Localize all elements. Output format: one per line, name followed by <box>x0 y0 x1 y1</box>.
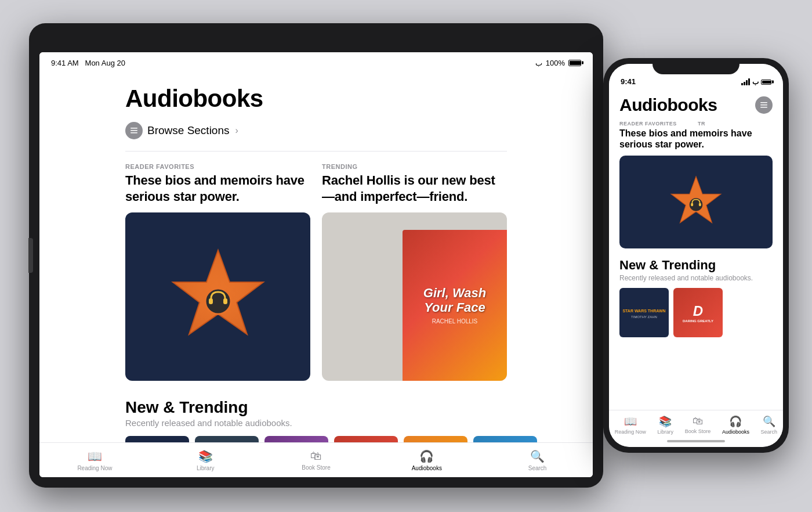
books-row: G BECOMING SUPERNATURAL DINESH D'SOUZA D… <box>125 436 507 442</box>
iphone-book-thumb-2[interactable]: D DARING GREATLY <box>673 288 723 337</box>
iphone-trending-label: TR <box>698 121 773 127</box>
iphone-tab-audiobooks[interactable]: 🎧 Audiobooks <box>722 415 749 435</box>
iphone-tab-audiobooks-label: Audiobooks <box>722 429 749 435</box>
svg-rect-9 <box>760 104 767 106</box>
book-thumb-1[interactable] <box>125 436 189 442</box>
tab-reading-now-icon: 📖 <box>88 449 102 463</box>
iphone-wifi-icon: ﺏ <box>752 78 759 86</box>
ipad-screen: 9:41 AM Mon Aug 20 ﺏ 100% Audiobooks <box>39 52 593 477</box>
book-thumb-5[interactable]: D AUDIBLE ORIGINAL <box>404 436 467 442</box>
tab-search-icon: 🔍 <box>530 449 545 463</box>
iphone-tab-search[interactable]: 🔍 Search <box>761 415 778 435</box>
iphone-tab-reading-label: Reading Now <box>615 429 646 435</box>
tab-library-icon: 📚 <box>198 449 213 463</box>
divider <box>125 151 507 152</box>
signal-bar-1 <box>741 83 743 85</box>
new-trending-subtitle: Recently released and notable audiobooks… <box>125 418 507 428</box>
tab-audiobooks-icon: 🎧 <box>419 449 434 463</box>
iphone-star-banner[interactable] <box>619 156 773 248</box>
iphone-tab-library-label: Library <box>658 429 674 435</box>
iphone-tab-audiobooks-icon: 🎧 <box>729 415 742 428</box>
page-title: Audiobooks <box>125 85 507 113</box>
svg-rect-1 <box>130 130 137 131</box>
iphone-star-svg <box>664 170 728 234</box>
iphone-sections-header: READER FAVORITES TR <box>619 121 773 128</box>
svg-rect-13 <box>691 203 693 207</box>
book-cover-girl-wash-face: Girl, Wash Your Face RACHEL HOLLIS <box>403 230 507 381</box>
iphone-time: 9:41 <box>621 77 636 86</box>
star-svg <box>160 239 276 355</box>
section2-category: TRENDING <box>322 163 507 170</box>
iphone-tab-bookstore[interactable]: 🛍 Book Store <box>685 415 711 434</box>
star-banner[interactable] <box>125 212 310 381</box>
svg-rect-8 <box>760 102 767 103</box>
tab-bookstore-icon: 🛍 <box>310 449 322 463</box>
iphone-page-title: Audiobooks <box>619 95 717 115</box>
trending-banner[interactable]: Girl, Wash Your Face RACHEL HOLLIS <box>322 212 507 381</box>
iphone-screen: 9:41 ﺏ Audiobooks <box>609 64 783 447</box>
ipad-tab-bar: 📖 Reading Now 📚 Library 🛍 Book Store 🎧 A… <box>39 442 593 477</box>
tab-bookstore-label: Book Store <box>302 464 330 471</box>
section-trending: TRENDING Rachel Hollis is our new best—a… <box>322 163 507 381</box>
section-reader-favorites: READER FAVORITES These bios and memoirs … <box>125 163 310 381</box>
browse-sections-icon <box>125 122 143 139</box>
menu-lines-icon <box>129 126 139 135</box>
iphone-battery-icon <box>761 80 771 85</box>
iphone-tab-reading-icon: 📖 <box>624 415 637 428</box>
iphone-tab-reading-now[interactable]: 📖 Reading Now <box>615 415 646 435</box>
tab-reading-now-label: Reading Now <box>77 465 112 471</box>
book-thumb-6[interactable]: DAVID <box>473 436 537 442</box>
iphone-new-trending-subtitle: Recently released and notable audiobooks… <box>619 274 773 282</box>
section1-headline: These bios and memoirs have serious star… <box>125 172 310 204</box>
iphone-tab-library[interactable]: 📚 Library <box>658 415 674 435</box>
book-title: Girl, Wash Your Face <box>408 286 501 314</box>
signal-bar-3 <box>746 80 748 85</box>
section2-headline: Rachel Hollis is our new best—and imperf… <box>322 172 507 204</box>
new-trending-section: New & Trending Recently released and not… <box>125 398 507 442</box>
svg-rect-0 <box>130 128 137 129</box>
ipad-status-bar: 9:41 AM Mon Aug 20 ﺏ 100% <box>39 52 593 73</box>
signal-bar-4 <box>748 78 750 85</box>
tab-search[interactable]: 🔍 Search <box>482 449 593 471</box>
svg-rect-14 <box>699 203 701 207</box>
iphone-main-content: Audiobooks READER FAVORITES <box>609 89 783 410</box>
ipad-home-button[interactable] <box>28 238 33 273</box>
book-thumb-4[interactable]: DINESH D'SOUZA <box>334 436 398 442</box>
iphone-menu-button[interactable] <box>755 96 773 114</box>
section1-category: READER FAVORITES <box>125 163 310 170</box>
svg-rect-7 <box>223 298 227 304</box>
tab-reading-now[interactable]: 📖 Reading Now <box>39 449 150 471</box>
tab-audiobooks-label: Audiobooks <box>412 465 442 471</box>
iphone-tab-library-icon: 📚 <box>659 415 672 428</box>
ipad-time: 9:41 AM Mon Aug 20 <box>51 59 125 67</box>
scene: 9:41 AM Mon Aug 20 ﺏ 100% Audiobooks <box>0 0 812 512</box>
browse-sections-row[interactable]: Browse Sections › <box>125 122 507 139</box>
tab-library-label: Library <box>197 465 215 471</box>
wifi-icon: ﺏ <box>535 59 542 67</box>
tab-library[interactable]: 📚 Library <box>150 449 261 471</box>
iphone-books-row: STAR WARS THRAWN TIMOTHY ZAHN D DARING G… <box>619 288 773 337</box>
two-column-layout: READER FAVORITES These bios and memoirs … <box>125 163 507 381</box>
svg-rect-10 <box>760 107 767 108</box>
tab-bookstore[interactable]: 🛍 Book Store <box>261 449 372 471</box>
book-author: RACHEL HOLLIS <box>432 318 478 324</box>
browse-chevron-icon: › <box>235 125 238 136</box>
ipad-status-right: ﺏ 100% <box>535 59 581 67</box>
iphone-notch <box>652 58 740 74</box>
iphone-section1-headline: These bios and memoirs have serious star… <box>619 128 773 150</box>
signal-bar-2 <box>744 82 745 85</box>
ipad-battery-percent: 100% <box>546 59 565 67</box>
ipad-device: 9:41 AM Mon Aug 20 ﺏ 100% Audiobooks <box>29 23 603 488</box>
iphone-home-indicator <box>667 440 725 442</box>
tab-search-label: Search <box>528 465 547 471</box>
book-thumb-2[interactable]: G <box>195 436 259 442</box>
iphone-book-thumb-1[interactable]: STAR WARS THRAWN TIMOTHY ZAHN <box>619 288 669 337</box>
ipad-main-content: Audiobooks Browse Sections › <box>39 73 593 442</box>
tab-audiobooks[interactable]: 🎧 Audiobooks <box>371 449 482 471</box>
browse-sections-label: Browse Sections <box>147 124 230 137</box>
book-thumb-3[interactable]: BECOMING SUPERNATURAL <box>264 436 328 442</box>
iphone-new-trending-title: New & Trending <box>619 258 773 273</box>
iphone-section1-category: READER FAVORITES <box>619 121 694 127</box>
menu-icon <box>760 101 768 109</box>
iphone-tab-search-icon: 🔍 <box>763 415 775 428</box>
